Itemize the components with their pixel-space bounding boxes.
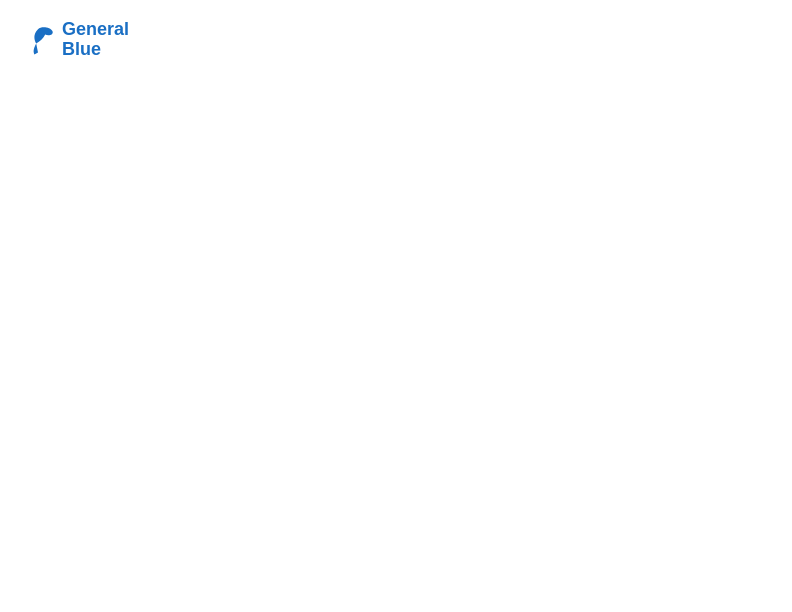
logo-text: General Blue	[62, 20, 129, 60]
page-header: General Blue	[20, 20, 772, 60]
logo: General Blue	[20, 20, 129, 60]
logo-icon	[20, 22, 56, 58]
